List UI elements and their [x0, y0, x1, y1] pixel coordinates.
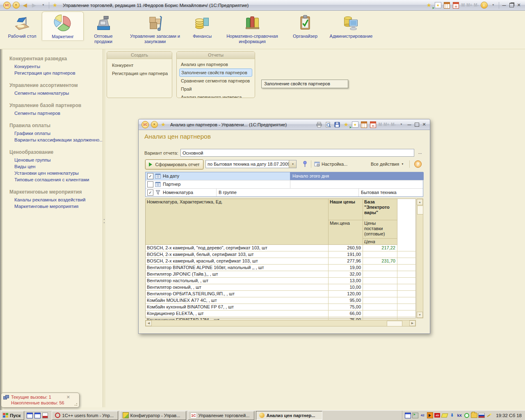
add-favorite-icon[interactable]: ➤	[342, 121, 350, 129]
sidebar-item-marketingovye-meropriyatiya[interactable]: Маркетинговые мероприятия	[8, 203, 103, 210]
save-icon[interactable]	[333, 121, 341, 129]
sidebar-item-vidy-cen[interactable]: Виды цен	[8, 163, 103, 170]
sidebar-item-kanaly-reklamy[interactable]: Каналы рекламных воздействий	[8, 196, 103, 203]
start-button[interactable]: Пуск	[1, 411, 24, 420]
tray-note-icon[interactable]	[441, 412, 448, 418]
tray-flag-ru-icon[interactable]	[478, 412, 485, 418]
forward-button[interactable]	[30, 1, 38, 9]
favorites-star-icon[interactable]	[51, 1, 59, 9]
all-actions-button[interactable]: Все действия	[371, 160, 404, 168]
calculator-icon[interactable]	[443, 1, 451, 9]
info-chevron-icon[interactable]	[489, 1, 497, 9]
tray-clock-icon[interactable]	[463, 412, 470, 418]
sidebar-item-ustanovki-cen[interactable]: Установки цен номенклатуры	[8, 170, 103, 176]
scrollbar-thumb[interactable]	[417, 205, 423, 215]
tray-1c-icon[interactable]	[404, 412, 411, 418]
pushpin-icon[interactable]	[302, 160, 308, 168]
popup-close-icon[interactable]: ✕	[66, 395, 70, 400]
dialog-maximize-button[interactable]	[413, 121, 420, 128]
calculator-icon[interactable]	[360, 121, 368, 129]
sidebar-item-tipovye-soglashenia[interactable]: Типовые соглашения с клиентами	[8, 176, 103, 183]
report-analiz-pervichnogo-interesa[interactable]: Анализ первичного интереса	[179, 93, 252, 98]
create-konkurent[interactable]: Конкурент	[110, 61, 169, 69]
checkbox-on-date[interactable]: ✓	[147, 173, 153, 179]
filter-value[interactable]: Бытовая техника	[358, 189, 397, 196]
tray-wand-icon[interactable]	[486, 412, 492, 418]
tab-inventory[interactable]: Управление запасами и закупками	[123, 11, 187, 45]
create-registracia-cen-partnera[interactable]: Регистрация цен партнера	[110, 69, 169, 78]
tab-desktop[interactable]: Рабочий стол	[2, 11, 42, 40]
report-row[interactable]: BOSCH, 2-х камерный, белый, сертификат 1…	[146, 251, 415, 258]
restore-button[interactable]	[508, 2, 515, 9]
tray-42-icon[interactable]: 42	[419, 412, 426, 418]
quicklaunch-1c-list-icon-2[interactable]	[34, 412, 41, 419]
sidebar-item-segmenty-partnerov[interactable]: Сегменты партнеров	[8, 110, 103, 116]
sidebar-item-grafiki-oplaty[interactable]: Графики оплаты	[8, 130, 103, 137]
sidebar-item-varianty-klassifikacii[interactable]: Варианты классификации задолженно...	[8, 137, 103, 143]
preview-icon[interactable]	[324, 121, 332, 129]
report-analiz-cen-partnerov[interactable]: Анализ цен партнеров	[179, 60, 252, 68]
dialog-minimize-button[interactable]	[406, 121, 413, 128]
filter-row-nomenclature[interactable]: ✓ Номенклатура В группе Бытовая техника	[146, 189, 423, 196]
sidebar-splitter[interactable]	[103, 49, 105, 407]
report-row[interactable]: BOSCH, 2-х камерный, "под дерево", серти…	[146, 245, 415, 251]
scroll-up-icon[interactable]	[417, 199, 423, 205]
favorites-star-icon[interactable]	[159, 121, 167, 129]
print-icon[interactable]	[315, 121, 323, 129]
report-row[interactable]: Вентилятор настольный, , шт13,00	[146, 278, 415, 284]
report-row[interactable]: Вентилятор оконный, , шт10,00	[146, 284, 415, 291]
quicklaunch-performance-icon[interactable]	[42, 412, 49, 419]
report-row[interactable]: Кондиционер ELEKTA, , шт66,00	[146, 310, 415, 317]
add-favorite-icon[interactable]: ➤	[425, 1, 433, 9]
combo-dropdown-icon[interactable]	[289, 160, 296, 168]
help-button[interactable]: ?	[414, 160, 422, 168]
report-row[interactable]: BOSCH, 2-х камерный, красный, сертификат…	[146, 258, 415, 265]
task-trade-management[interactable]: 1С Управление торговлей...	[188, 411, 254, 420]
tray-ati-icon[interactable]: ATI	[434, 412, 441, 418]
tray-kx-icon[interactable]: kX	[456, 412, 463, 418]
tray-update-icon[interactable]	[412, 412, 418, 418]
sidebar-item-segmenty-nomenklatury[interactable]: Сегменты номенклатуры	[8, 90, 103, 96]
tab-reference-info[interactable]: Нормативно-справочная информация	[217, 11, 287, 45]
tab-marketing[interactable]: Маркетинг	[42, 11, 84, 40]
scroll-right-icon[interactable]	[409, 320, 415, 326]
report-row[interactable]: Вентилятор BINATONE ALPINE 160вт, наполь…	[146, 265, 415, 271]
tab-wholesale[interactable]: Оптовые продажи	[84, 11, 123, 45]
filter-row-date[interactable]: ✓ На дату Начало этого дня	[146, 172, 423, 180]
favorites-box-icon[interactable]	[434, 1, 442, 9]
settings-button[interactable]: Настройка...	[314, 160, 347, 168]
calendar-icon[interactable]: 31	[369, 121, 377, 129]
preset-combo[interactable]: по Бытовая техника на дату 18.07.2009	[205, 160, 297, 168]
task-configurator[interactable]: Конфигуратор - Управ...	[120, 411, 186, 420]
scrollbar-thumb[interactable]	[387, 321, 402, 326]
checkbox-partner[interactable]	[147, 181, 153, 187]
report-row[interactable]: Вентилятор JIPONIC (Тайв.),, , шт32,00	[146, 271, 415, 278]
main-menu-button[interactable]	[12, 1, 20, 9]
tab-finance[interactable]: Финансы	[187, 11, 217, 40]
calendar-icon[interactable]: 31	[452, 1, 460, 9]
dialog-menu-button[interactable]	[150, 121, 158, 129]
resize-grip[interactable]	[74, 403, 78, 406]
tray-folder-icon[interactable]	[471, 412, 477, 418]
generate-report-button[interactable]: Сформировать отчет	[145, 160, 203, 169]
vertical-scrollbar[interactable]	[416, 199, 423, 318]
scroll-left-icon[interactable]	[146, 320, 152, 326]
horizontal-scrollbar[interactable]	[145, 320, 416, 326]
report-sravnenie-segmentov[interactable]: Сравнение сегментов партнеров	[179, 77, 252, 85]
sidebar-item-konkurenty[interactable]: Конкуренты	[8, 63, 103, 70]
favorites-box-icon[interactable]	[351, 121, 359, 129]
back-button[interactable]	[21, 1, 29, 9]
tray-player-icon[interactable]	[427, 412, 433, 418]
minimize-button[interactable]	[500, 2, 508, 9]
scroll-down-icon[interactable]	[417, 312, 423, 318]
variant-input[interactable]: Основной	[180, 149, 414, 157]
more-chevron-icon[interactable]	[397, 121, 405, 129]
info-button[interactable]: i	[480, 1, 488, 9]
history-chevron-icon[interactable]	[39, 1, 47, 9]
tab-administration[interactable]: Администрирование	[323, 11, 379, 40]
dialog-close-button[interactable]	[420, 121, 428, 128]
sidebar-item-cenovye-gruppy[interactable]: Ценовые группы	[8, 157, 103, 163]
tray-download-icon[interactable]: ⬇	[449, 412, 455, 418]
report-prajs[interactable]: Прай	[179, 85, 252, 93]
report-row[interactable]: Комбайн кухонный BINATONE FP 67, , шт75,…	[146, 304, 415, 310]
